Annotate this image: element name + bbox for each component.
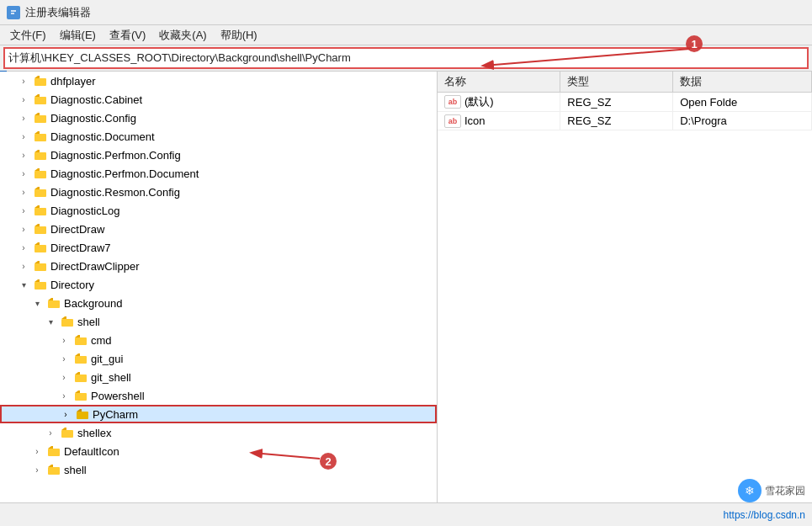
expand-directory[interactable] (17, 278, 30, 291)
folder-icon-directory (33, 278, 48, 291)
tree-item-directdraw7[interactable]: DirectDraw7 (0, 238, 437, 257)
folder-icon-diagnostic-document (33, 130, 48, 143)
expand-background[interactable] (30, 296, 44, 310)
expand-cmd[interactable] (57, 333, 71, 347)
folder-icon-shell-bg (60, 315, 75, 328)
tree-item-diagnostic-perfmon-config[interactable]: Diagnostic.Perfmon.Config (0, 146, 437, 164)
table-row[interactable]: ab (默认) REG_SZ Open Folde (438, 93, 812, 112)
tree-item-git-gui[interactable]: git_gui (0, 349, 437, 368)
tree-item-shellex[interactable]: shellex (0, 423, 437, 442)
tree-item-cmd[interactable]: cmd (0, 331, 437, 349)
folder-icon-diagnostic-config (33, 111, 48, 125)
expand-directdrawclipper[interactable] (17, 259, 30, 273)
expand-directdraw[interactable] (17, 222, 30, 236)
tree-item-git-shell[interactable]: git_shell (0, 368, 437, 386)
expand-diagnosticlog[interactable] (17, 204, 30, 217)
menu-favorites[interactable]: 收藏夹(A) (152, 26, 213, 45)
expand-diagnostic-perfmon-config[interactable] (17, 148, 30, 162)
tree-item-diagnosticlog[interactable]: DiagnosticLog (0, 201, 437, 220)
svg-rect-23 (48, 449, 60, 456)
expand-pycharm[interactable] (59, 407, 72, 421)
svg-rect-7 (34, 152, 46, 160)
folder-icon-pycharm (75, 407, 90, 421)
label-defaulticon: DefaultIcon (64, 445, 119, 458)
label-diagnostic-config: Diagnostic.Config (50, 112, 136, 125)
folder-icon-shell2 (46, 463, 61, 476)
expand-diagnostic-cabinet[interactable] (17, 93, 30, 106)
expand-directdraw7[interactable] (17, 241, 30, 254)
value-type-icon: REG_SZ (560, 112, 673, 130)
folder-icon-diagnostic-perfmon-config (33, 148, 48, 162)
tree-item-diagnostic-resmon-config[interactable]: Diagnostic.Resmon.Config (0, 183, 437, 201)
reg-icon-ab-icon: ab (444, 114, 461, 128)
menu-help[interactable]: 帮助(H) (214, 26, 264, 45)
expand-shell-bg[interactable] (44, 315, 57, 328)
tree-item-dhfplayer[interactable]: dhfplayer (0, 72, 437, 90)
values-table: 名称 类型 数据 ab (默认) REG_SZ Open Folde (438, 72, 812, 130)
col-name: 名称 (438, 72, 560, 93)
watermark-text: 雪花家园 (765, 484, 805, 498)
label-shell-bg: shell (77, 316, 100, 328)
main-content: dhfplayer Diagnostic.Cabinet Diagnostic.… (0, 71, 812, 502)
tree-item-diagnostic-document[interactable]: Diagnostic.Document (0, 127, 437, 146)
svg-rect-12 (34, 245, 46, 252)
svg-rect-21 (77, 412, 88, 419)
label-dhfplayer: dhfplayer (50, 75, 95, 88)
expand-diagnostic-resmon-config[interactable] (17, 185, 30, 199)
tree-item-shell-bg[interactable]: shell (0, 312, 437, 331)
folder-icon-defaulticon (46, 444, 61, 458)
menu-edit[interactable]: 编辑(E) (53, 26, 103, 45)
tree-item-directdrawclipper[interactable]: DirectDrawClipper (0, 257, 437, 275)
folder-icon-directdraw (33, 222, 48, 236)
expand-diagnostic-config[interactable] (17, 111, 30, 125)
menu-file[interactable]: 文件(F) (3, 26, 53, 45)
expand-powershell[interactable] (57, 389, 71, 402)
value-name-default: ab (默认) (438, 93, 560, 112)
expand-git-shell[interactable] (57, 370, 71, 384)
watermark: ❄ 雪花家园 (738, 479, 805, 502)
folder-icon-directdraw7 (33, 241, 48, 254)
status-bar: https://blog.csdn.n ❄ 雪花家园 (0, 502, 812, 526)
expand-diagnostic-perfmon-document[interactable] (17, 167, 30, 180)
label-shell2: shell (64, 464, 87, 476)
folder-icon-diagnosticlog (33, 204, 48, 217)
reg-icon-ab-default: ab (444, 95, 461, 109)
col-type: 类型 (560, 72, 673, 93)
table-row[interactable]: ab Icon REG_SZ D:\Progra (438, 112, 812, 130)
tree-item-shell2[interactable]: shell (0, 460, 437, 479)
tree-item-directory[interactable]: Directory (0, 275, 437, 294)
label-background: Background (64, 297, 122, 310)
tree-item-diagnostic-config[interactable]: Diagnostic.Config (0, 109, 437, 127)
svg-rect-24 (48, 467, 60, 475)
svg-rect-18 (75, 356, 87, 364)
tree-item-pycharm[interactable]: PyCharm (0, 405, 437, 423)
folder-icon-diagnostic-resmon-config (33, 185, 48, 199)
tree-panel[interactable]: dhfplayer Diagnostic.Cabinet Diagnostic.… (0, 72, 438, 502)
expand-shell2[interactable] (30, 463, 44, 476)
folder-icon-diagnostic-cabinet (33, 93, 48, 106)
tree-item-diagnostic-perfmon-document[interactable]: Diagnostic.Perfmon.Document (0, 164, 437, 183)
menu-view[interactable]: 查看(V) (103, 26, 152, 45)
label-pycharm: PyCharm (93, 408, 138, 421)
address-bar (3, 47, 809, 69)
label-diagnostic-perfmon-config: Diagnostic.Perfmon.Config (50, 149, 181, 162)
svg-rect-19 (75, 375, 87, 382)
tree-item-background[interactable]: Background (0, 294, 437, 312)
expand-defaulticon[interactable] (30, 444, 44, 458)
address-input[interactable] (8, 52, 804, 65)
folder-icon-directdrawclipper (33, 259, 48, 273)
status-url: https://blog.csdn.n (724, 509, 805, 521)
expand-diagnostic-document[interactable] (17, 130, 30, 143)
snowflake-icon: ❄ (738, 479, 762, 502)
label-powershell: Powershell (91, 390, 145, 402)
svg-rect-20 (75, 393, 87, 401)
tree-item-defaulticon[interactable]: DefaultIcon (0, 442, 437, 460)
tree-item-powershell[interactable]: Powershell (0, 386, 437, 405)
expand-shellex[interactable] (44, 426, 57, 439)
expand-git-gui[interactable] (57, 352, 71, 365)
expand-dhfplayer[interactable] (17, 74, 30, 88)
tree-item-diagnostic-cabinet[interactable]: Diagnostic.Cabinet (0, 90, 437, 109)
folder-icon-cmd (73, 333, 88, 347)
values-panel: 名称 类型 数据 ab (默认) REG_SZ Open Folde (438, 72, 812, 502)
tree-item-directdraw[interactable]: DirectDraw (0, 220, 437, 238)
